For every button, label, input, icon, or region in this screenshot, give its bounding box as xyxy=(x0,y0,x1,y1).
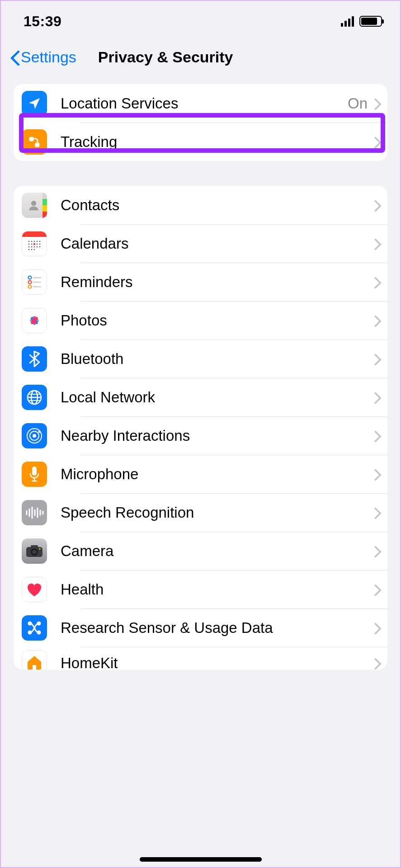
chevron-right-icon xyxy=(373,430,379,441)
nav-header: Settings Privacy & Security xyxy=(1,37,400,84)
svg-point-10 xyxy=(37,243,38,245)
waveform-icon xyxy=(22,500,47,525)
chevron-right-icon xyxy=(373,392,379,403)
row-location-services[interactable]: Location Services On xyxy=(14,84,387,123)
svg-point-13 xyxy=(31,246,33,247)
back-button[interactable]: Settings xyxy=(10,48,76,66)
svg-point-20 xyxy=(33,243,35,245)
bluetooth-icon xyxy=(22,346,47,372)
row-label: Contacts xyxy=(61,197,373,214)
status-bar: 15:39 xyxy=(1,1,400,37)
chevron-right-icon xyxy=(373,658,379,669)
row-speech-recognition[interactable]: Speech Recognition xyxy=(14,493,387,532)
back-label: Settings xyxy=(21,48,76,66)
row-label: Calendars xyxy=(61,235,373,252)
svg-point-25 xyxy=(28,285,32,288)
svg-point-2 xyxy=(31,201,36,206)
contacts-icon xyxy=(22,193,47,218)
row-label: Microphone xyxy=(61,466,373,483)
chevron-right-icon xyxy=(373,277,379,288)
row-label: Research Sensor & Usage Data xyxy=(61,619,373,637)
settings-group-location: Location Services On Tracking xyxy=(14,84,387,161)
row-value: On xyxy=(348,95,368,112)
svg-point-56 xyxy=(39,548,41,549)
status-right xyxy=(341,16,382,27)
svg-point-21 xyxy=(28,276,32,279)
chevron-right-icon xyxy=(373,584,379,595)
photos-icon xyxy=(22,308,47,333)
svg-rect-1 xyxy=(35,142,39,147)
chevron-right-icon xyxy=(373,200,379,211)
row-health[interactable]: Health xyxy=(14,570,387,609)
row-label: Reminders xyxy=(61,274,373,291)
chevron-right-icon xyxy=(373,507,379,518)
svg-point-3 xyxy=(28,241,30,242)
svg-point-42 xyxy=(33,434,36,438)
row-label: Location Services xyxy=(61,95,348,112)
row-homekit[interactable]: HomeKit xyxy=(14,647,387,670)
svg-point-15 xyxy=(37,246,38,247)
chevron-right-icon xyxy=(373,137,379,147)
svg-point-18 xyxy=(31,249,33,250)
svg-rect-53 xyxy=(31,545,38,548)
row-label: HomeKit xyxy=(61,655,373,670)
row-label: Nearby Interactions xyxy=(61,427,373,444)
svg-rect-0 xyxy=(29,137,34,141)
tracking-icon xyxy=(22,129,47,155)
row-label: Speech Recognition xyxy=(61,504,373,521)
heart-icon xyxy=(22,577,47,602)
microphone-icon xyxy=(22,462,47,487)
row-reminders[interactable]: Reminders xyxy=(14,263,387,301)
row-contacts[interactable]: Contacts xyxy=(14,186,387,224)
status-time: 15:39 xyxy=(24,13,61,30)
battery-icon xyxy=(359,16,382,27)
row-label: Bluetooth xyxy=(61,350,373,368)
globe-icon xyxy=(22,385,47,410)
row-camera[interactable]: Camera xyxy=(14,532,387,570)
row-label: Tracking xyxy=(61,133,373,151)
home-indicator[interactable] xyxy=(140,857,262,862)
svg-point-43 xyxy=(38,430,41,433)
row-label: Health xyxy=(61,581,373,598)
row-bluetooth[interactable]: Bluetooth xyxy=(14,340,387,378)
svg-point-7 xyxy=(39,241,41,242)
radar-icon xyxy=(22,423,47,448)
svg-point-17 xyxy=(28,249,30,250)
chevron-right-icon xyxy=(373,98,379,109)
svg-rect-22 xyxy=(33,277,41,278)
svg-rect-26 xyxy=(33,286,41,288)
chevron-right-icon xyxy=(373,354,379,364)
svg-point-16 xyxy=(39,246,41,247)
chevron-right-icon xyxy=(373,315,379,326)
reminders-icon xyxy=(22,269,47,295)
row-label: Local Network xyxy=(61,389,373,406)
svg-point-11 xyxy=(39,243,41,245)
location-arrow-icon xyxy=(22,91,47,116)
svg-point-5 xyxy=(34,241,35,242)
svg-point-9 xyxy=(31,243,33,245)
chevron-right-icon xyxy=(373,469,379,480)
row-label: Camera xyxy=(61,542,373,560)
home-icon xyxy=(22,650,47,670)
svg-rect-44 xyxy=(32,467,37,476)
camera-icon xyxy=(22,538,47,564)
row-label: Photos xyxy=(61,312,373,329)
row-research-sensor[interactable]: Research Sensor & Usage Data xyxy=(14,609,387,647)
row-tracking[interactable]: Tracking xyxy=(14,123,387,161)
svg-rect-24 xyxy=(33,282,41,283)
chevron-right-icon xyxy=(373,546,379,557)
svg-point-55 xyxy=(32,550,37,554)
row-nearby-interactions[interactable]: Nearby Interactions xyxy=(14,416,387,455)
row-local-network[interactable]: Local Network xyxy=(14,378,387,416)
svg-point-12 xyxy=(28,246,30,247)
svg-point-6 xyxy=(37,241,38,242)
settings-group-apps: Contacts Calendars Reminders xyxy=(14,186,387,670)
row-microphone[interactable]: Microphone xyxy=(14,455,387,493)
chevron-left-icon xyxy=(10,51,18,64)
row-calendars[interactable]: Calendars xyxy=(14,224,387,263)
sensor-icon xyxy=(22,615,47,641)
svg-point-8 xyxy=(28,243,30,245)
row-photos[interactable]: Photos xyxy=(14,301,387,340)
chevron-right-icon xyxy=(373,238,379,249)
svg-point-14 xyxy=(34,246,35,247)
